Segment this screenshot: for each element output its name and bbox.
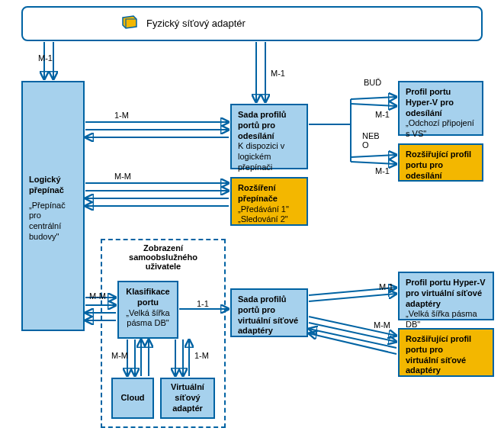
hyperv-vnic-profile-title: Profil portu Hyper-V pro virtuální síťov… bbox=[406, 278, 486, 309]
extension-vnic-profile-title: Rozšiřující profil portu pro virtuální s… bbox=[406, 334, 486, 376]
svg-line-33 bbox=[309, 329, 396, 348]
cloud-title: Cloud bbox=[120, 393, 144, 404]
logical-switch-box: Logický přepínač „Přepínač pro centrální… bbox=[21, 81, 85, 331]
uplink-profile-set-box: Sada profilů portů pro odesílání K dispo… bbox=[230, 104, 308, 169]
edge-label-mm-4: M-M bbox=[374, 320, 390, 330]
svg-line-19 bbox=[351, 155, 396, 157]
selfservice-view-label: Zobrazení samoobslužného uživatele bbox=[102, 243, 224, 271]
physical-adapter-label: Fyzický síťový adaptér bbox=[146, 18, 246, 30]
network-adapter-icon bbox=[120, 14, 139, 33]
edge-label-mm-2: M-M bbox=[89, 291, 106, 301]
edge-label-m1-bot: M-1 bbox=[375, 166, 390, 175]
svg-line-30 bbox=[309, 294, 396, 301]
logical-switch-sub: „Přepínač pro centrální budovy" bbox=[29, 201, 77, 243]
logical-switch-title: Logický přepínač bbox=[29, 175, 77, 196]
edge-label-m1-mid: M-1 bbox=[271, 69, 285, 78]
hyperv-uplink-profile-box: Profil portu Hyper-V pro odesílání „Odch… bbox=[398, 81, 483, 136]
virtual-nic-title: Virtuální síťový adaptér bbox=[171, 382, 204, 413]
svg-line-20 bbox=[351, 162, 396, 164]
hyperv-vnic-profile-sub: „Velká šířka pásma DB" bbox=[406, 309, 486, 330]
port-classification-sub: „Velká šířka pásma DB" bbox=[125, 308, 171, 330]
port-classification-box: Klasifikace portu „Velká šířka pásma DB" bbox=[117, 281, 178, 339]
switch-extension-box: Rozšíření přepínače „Předávání 1" „Sledo… bbox=[230, 177, 308, 226]
svg-line-34 bbox=[309, 333, 396, 354]
extension-uplink-profile-title: Rozšiřující profil portu pro odesílání bbox=[406, 150, 476, 181]
svg-line-17 bbox=[351, 97, 396, 99]
vnic-profile-set-title: Sada profilů portů pro virtuální síťové … bbox=[238, 294, 300, 336]
extension-uplink-profile-box: Rozšiřující profil portu pro odesílání bbox=[398, 143, 483, 182]
edge-label-bud: BUĎ bbox=[364, 78, 381, 87]
edge-label-m1-v: M-1 bbox=[379, 282, 393, 291]
switch-extension-sub: „Předávání 1" „Sledování 2" bbox=[238, 204, 300, 226]
edge-label-m1-top: M-1 bbox=[375, 110, 390, 119]
virtual-nic-box: Virtuální síťový adaptér bbox=[160, 378, 215, 419]
switch-extension-title: Rozšíření přepínače bbox=[238, 183, 300, 204]
edge-label-m1-left: M-1 bbox=[38, 53, 53, 63]
port-classification-title: Klasifikace portu bbox=[125, 287, 171, 308]
uplink-profile-set-sub: K dispozici v logickém přepínači bbox=[238, 141, 300, 172]
hyperv-uplink-profile-sub: „Odchozí připojení s VS" bbox=[406, 118, 476, 140]
edge-label-nebo: NEB O bbox=[362, 131, 380, 150]
edge-label-1m: 1-M bbox=[114, 111, 129, 120]
hyperv-vnic-profile-box: Profil portu Hyper-V pro virtuální síťov… bbox=[398, 272, 494, 320]
hyperv-uplink-profile-title: Profil portu Hyper-V pro odesílání bbox=[406, 87, 476, 118]
extension-vnic-profile-box: Rozšiřující profil portu pro virtuální s… bbox=[398, 328, 494, 377]
uplink-profile-set-title: Sada profilů portů pro odesílání bbox=[238, 110, 300, 141]
edge-label-mm-3: M-M bbox=[111, 351, 128, 360]
svg-line-18 bbox=[351, 104, 396, 106]
edge-label-1m-2: 1-M bbox=[194, 351, 209, 360]
vnic-profile-set-box: Sada profilů portů pro virtuální síťové … bbox=[230, 288, 308, 337]
cloud-box: Cloud bbox=[111, 378, 154, 419]
edge-label-mm-1: M-M bbox=[114, 172, 131, 181]
physical-adapter-box: Fyzický síťový adaptér bbox=[21, 6, 483, 41]
edge-label-1-1: 1-1 bbox=[197, 299, 209, 308]
